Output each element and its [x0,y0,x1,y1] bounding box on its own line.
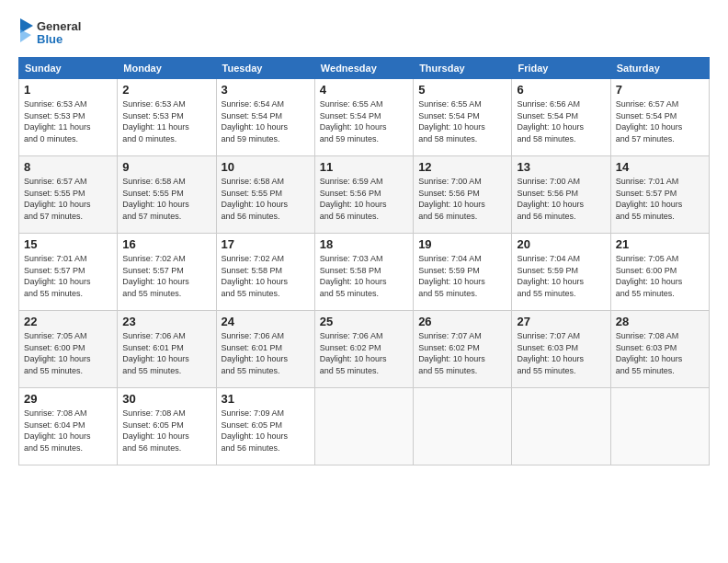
calendar-cell: 21Sunrise: 7:05 AM Sunset: 6:00 PM Dayli… [610,234,709,311]
day-info: Sunrise: 6:53 AM Sunset: 5:53 PM Dayligh… [122,98,210,144]
day-info: Sunrise: 7:09 AM Sunset: 6:05 PM Dayligh… [222,408,310,454]
day-info: Sunrise: 7:05 AM Sunset: 6:00 PM Dayligh… [616,253,704,299]
calendar-cell: 6Sunrise: 6:56 AM Sunset: 5:54 PM Daylig… [512,79,610,156]
calendar-cell: 28Sunrise: 7:08 AM Sunset: 6:03 PM Dayli… [610,311,709,388]
calendar-cell: 4Sunrise: 6:55 AM Sunset: 5:54 PM Daylig… [314,79,413,156]
day-info: Sunrise: 6:58 AM Sunset: 5:55 PM Dayligh… [122,176,210,222]
day-info: Sunrise: 7:00 AM Sunset: 5:56 PM Dayligh… [517,176,605,222]
col-monday: Monday [118,58,216,79]
calendar-cell: 1Sunrise: 6:53 AM Sunset: 5:53 PM Daylig… [19,79,118,156]
day-number: 19 [418,237,506,251]
col-tuesday: Tuesday [216,58,314,79]
day-number: 10 [222,160,310,174]
week-row-2: 15Sunrise: 7:01 AM Sunset: 5:57 PM Dayli… [19,234,710,311]
day-number: 24 [222,315,310,328]
calendar-cell: 19Sunrise: 7:04 AM Sunset: 5:59 PM Dayli… [414,234,512,311]
day-number: 16 [122,237,210,251]
day-info: Sunrise: 7:06 AM Sunset: 6:02 PM Dayligh… [320,330,408,376]
day-number: 22 [24,315,112,328]
day-number: 23 [122,315,210,328]
day-number: 21 [616,237,704,251]
calendar-cell: 17Sunrise: 7:02 AM Sunset: 5:58 PM Dayli… [216,234,314,311]
day-number: 3 [222,83,310,97]
day-number: 18 [320,237,408,251]
calendar-cell: 9Sunrise: 6:58 AM Sunset: 5:55 PM Daylig… [118,156,216,234]
day-info: Sunrise: 7:06 AM Sunset: 6:01 PM Dayligh… [122,330,210,376]
calendar-cell: 31Sunrise: 7:09 AM Sunset: 6:05 PM Dayli… [216,388,314,465]
week-row-1: 8Sunrise: 6:57 AM Sunset: 5:55 PM Daylig… [19,156,710,234]
calendar-cell: 23Sunrise: 7:06 AM Sunset: 6:01 PM Dayli… [118,311,216,388]
logo: General Blue [18,17,81,50]
day-info: Sunrise: 6:57 AM Sunset: 5:55 PM Dayligh… [24,176,112,222]
calendar-cell: 3Sunrise: 6:54 AM Sunset: 5:54 PM Daylig… [216,79,314,156]
day-info: Sunrise: 7:08 AM Sunset: 6:04 PM Dayligh… [24,408,112,454]
day-number: 14 [616,160,704,174]
day-number: 15 [24,237,112,251]
week-row-0: 1Sunrise: 6:53 AM Sunset: 5:53 PM Daylig… [19,79,710,156]
calendar-cell [512,388,610,465]
day-info: Sunrise: 6:55 AM Sunset: 5:54 PM Dayligh… [320,98,408,144]
week-row-4: 29Sunrise: 7:08 AM Sunset: 6:04 PM Dayli… [19,388,710,465]
week-row-3: 22Sunrise: 7:05 AM Sunset: 6:00 PM Dayli… [19,311,710,388]
calendar-cell: 12Sunrise: 7:00 AM Sunset: 5:56 PM Dayli… [414,156,512,234]
calendar-cell: 25Sunrise: 7:06 AM Sunset: 6:02 PM Dayli… [314,311,413,388]
col-wednesday: Wednesday [314,58,413,79]
calendar-cell: 15Sunrise: 7:01 AM Sunset: 5:57 PM Dayli… [19,234,118,311]
day-info: Sunrise: 6:58 AM Sunset: 5:55 PM Dayligh… [222,176,310,222]
calendar-cell: 27Sunrise: 7:07 AM Sunset: 6:03 PM Dayli… [512,311,610,388]
day-info: Sunrise: 7:02 AM Sunset: 5:58 PM Dayligh… [222,253,310,299]
day-info: Sunrise: 7:04 AM Sunset: 5:59 PM Dayligh… [517,253,605,299]
calendar-cell [314,388,413,465]
day-info: Sunrise: 7:08 AM Sunset: 6:05 PM Dayligh… [122,408,210,454]
day-number: 13 [517,160,605,174]
calendar-cell: 24Sunrise: 7:06 AM Sunset: 6:01 PM Dayli… [216,311,314,388]
calendar-cell: 22Sunrise: 7:05 AM Sunset: 6:00 PM Dayli… [19,311,118,388]
col-friday: Friday [512,58,610,79]
day-number: 4 [320,83,408,97]
day-info: Sunrise: 6:59 AM Sunset: 5:56 PM Dayligh… [320,176,408,222]
calendar-cell [610,388,709,465]
day-number: 30 [122,392,210,406]
calendar-cell: 18Sunrise: 7:03 AM Sunset: 5:58 PM Dayli… [314,234,413,311]
day-number: 6 [517,83,605,97]
day-number: 8 [24,160,112,174]
day-number: 28 [616,315,704,328]
page: General Blue Sunday Monday Tuesday Wedne… [0,0,728,477]
svg-marker-1 [20,29,31,42]
logo-shape [18,17,35,50]
day-number: 26 [418,315,506,328]
day-info: Sunrise: 7:03 AM Sunset: 5:58 PM Dayligh… [320,253,408,299]
day-number: 17 [222,237,310,251]
calendar-table: Sunday Monday Tuesday Wednesday Thursday… [18,57,710,465]
col-saturday: Saturday [610,58,709,79]
day-number: 1 [24,83,112,97]
header-row: Sunday Monday Tuesday Wednesday Thursday… [19,58,710,79]
day-number: 27 [517,315,605,328]
day-number: 9 [122,160,210,174]
day-info: Sunrise: 7:01 AM Sunset: 5:57 PM Dayligh… [616,176,704,222]
logo-text: General Blue [18,17,81,50]
calendar-cell: 2Sunrise: 6:53 AM Sunset: 5:53 PM Daylig… [118,79,216,156]
day-number: 31 [222,392,310,406]
day-info: Sunrise: 7:04 AM Sunset: 5:59 PM Dayligh… [418,253,506,299]
calendar-cell: 16Sunrise: 7:02 AM Sunset: 5:57 PM Dayli… [118,234,216,311]
day-info: Sunrise: 7:00 AM Sunset: 5:56 PM Dayligh… [418,176,506,222]
day-info: Sunrise: 6:55 AM Sunset: 5:54 PM Dayligh… [418,98,506,144]
day-number: 20 [517,237,605,251]
day-number: 7 [616,83,704,97]
calendar-cell: 7Sunrise: 6:57 AM Sunset: 5:54 PM Daylig… [610,79,709,156]
day-number: 29 [24,392,112,406]
day-info: Sunrise: 7:07 AM Sunset: 6:03 PM Dayligh… [517,330,605,376]
calendar-cell: 14Sunrise: 7:01 AM Sunset: 5:57 PM Dayli… [610,156,709,234]
calendar-cell: 20Sunrise: 7:04 AM Sunset: 5:59 PM Dayli… [512,234,610,311]
col-sunday: Sunday [19,58,118,79]
calendar-cell: 10Sunrise: 6:58 AM Sunset: 5:55 PM Dayli… [216,156,314,234]
calendar-cell: 30Sunrise: 7:08 AM Sunset: 6:05 PM Dayli… [118,388,216,465]
header: General Blue [18,17,710,50]
day-info: Sunrise: 6:56 AM Sunset: 5:54 PM Dayligh… [517,98,605,144]
calendar-cell [414,388,512,465]
day-number: 11 [320,160,408,174]
day-info: Sunrise: 7:06 AM Sunset: 6:01 PM Dayligh… [222,330,310,376]
day-number: 12 [418,160,506,174]
calendar-cell: 11Sunrise: 6:59 AM Sunset: 5:56 PM Dayli… [314,156,413,234]
